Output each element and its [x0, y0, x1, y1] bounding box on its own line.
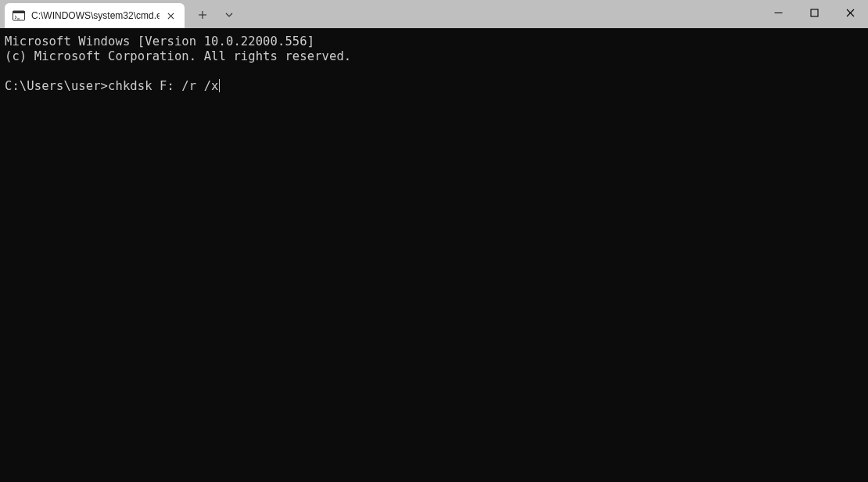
maximize-button[interactable]	[796, 0, 832, 25]
terminal-command-input[interactable]: chkdsk F: /r /x	[108, 79, 218, 93]
minimize-button[interactable]	[760, 0, 796, 25]
tabs-area: C:\WINDOWS\system32\cmd.ex	[0, 0, 242, 28]
terminal-cursor	[219, 79, 221, 92]
terminal-area[interactable]: Microsoft Windows [Version 10.0.22000.55…	[0, 28, 868, 482]
svg-rect-1	[13, 11, 25, 13]
new-tab-button[interactable]	[189, 2, 216, 27]
tab-cmd[interactable]: C:\WINDOWS\system32\cmd.ex	[5, 3, 185, 28]
tab-close-button[interactable]	[164, 9, 177, 22]
terminal-output-line: (c) Microsoft Corporation. All rights re…	[5, 49, 351, 63]
svg-rect-8	[811, 9, 818, 16]
close-button[interactable]	[832, 0, 868, 25]
tab-title: C:\WINDOWS\system32\cmd.ex	[31, 10, 160, 21]
terminal-output-line: Microsoft Windows [Version 10.0.22000.55…	[5, 34, 314, 49]
window-titlebar: C:\WINDOWS\system32\cmd.ex	[0, 0, 868, 28]
terminal-prompt: C:\Users\user>	[5, 79, 108, 93]
window-controls	[760, 0, 868, 28]
cmd-icon	[13, 9, 25, 22]
tab-dropdown-button[interactable]	[216, 2, 242, 27]
